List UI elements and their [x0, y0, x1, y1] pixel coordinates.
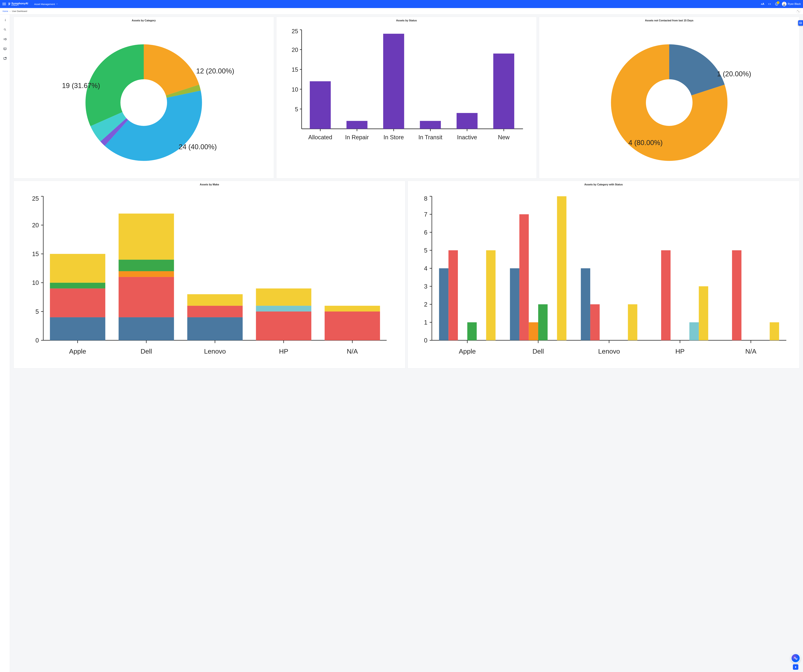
- text-size-button[interactable]: AA: [761, 2, 764, 6]
- svg-text:HP: HP: [675, 348, 684, 355]
- scroll-top-button[interactable]: [793, 664, 798, 670]
- svg-text:8: 8: [424, 195, 428, 202]
- svg-text:Lenovo: Lenovo: [204, 348, 226, 355]
- svg-rect-112: [486, 250, 496, 340]
- pin-icon[interactable]: [3, 18, 7, 22]
- code-button[interactable]: [768, 2, 771, 6]
- svg-text:Inactive: Inactive: [457, 134, 477, 141]
- svg-text:25: 25: [292, 28, 298, 34]
- svg-rect-1: [2, 4, 6, 4]
- sidebar: [0, 15, 10, 672]
- svg-rect-29: [346, 121, 367, 129]
- svg-rect-118: [581, 268, 590, 340]
- svg-text:15: 15: [32, 251, 39, 257]
- notifications-button[interactable]: 7: [775, 2, 779, 6]
- svg-rect-117: [557, 196, 566, 340]
- svg-rect-111: [467, 322, 477, 340]
- donut1-label-green: 19 (31.67%): [62, 82, 100, 89]
- svg-rect-116: [538, 304, 548, 340]
- breadcrumb-bar: Home › User Dashboard: [0, 8, 803, 15]
- dashboard-icon[interactable]: [3, 47, 7, 51]
- config-icon[interactable]: [3, 56, 7, 61]
- svg-text:15: 15: [292, 66, 298, 73]
- svg-text:In Repair: In Repair: [345, 134, 369, 141]
- svg-text:Dell: Dell: [532, 348, 544, 355]
- svg-text:3: 3: [424, 283, 428, 290]
- svg-point-4: [783, 2, 785, 4]
- svg-text:2: 2: [424, 301, 428, 308]
- svg-rect-115: [529, 322, 538, 340]
- assistant-fab[interactable]: [791, 654, 800, 663]
- svg-text:1: 1: [424, 319, 428, 326]
- panel-title: Assets not Contacted from last 15 Days: [541, 19, 797, 22]
- side-panel-tab[interactable]: [798, 20, 803, 26]
- svg-text:20: 20: [32, 222, 39, 229]
- svg-rect-122: [689, 322, 699, 340]
- svg-rect-68: [119, 271, 174, 277]
- svg-rect-28: [310, 81, 331, 129]
- svg-rect-63: [50, 288, 106, 317]
- search-icon[interactable]: [3, 27, 7, 32]
- svg-text:In Store: In Store: [384, 134, 404, 141]
- donut-chart-category[interactable]: 12 (20.00%) 24 (40.00%) 19 (31.67%): [16, 24, 272, 176]
- svg-text:In Transit: In Transit: [418, 134, 442, 141]
- svg-rect-78: [325, 306, 380, 311]
- user-menu[interactable]: Ryan Black: [782, 2, 801, 6]
- svg-rect-75: [256, 306, 311, 311]
- brand-subtitle: SUMMIT: [11, 5, 19, 6]
- svg-rect-123: [699, 286, 708, 340]
- svg-rect-138: [801, 23, 801, 23]
- breadcrumb-home[interactable]: Home: [3, 10, 8, 12]
- svg-rect-139: [800, 23, 801, 24]
- menu-icon[interactable]: [2, 2, 6, 6]
- donut3-label-steel: 1 (20.00%): [717, 70, 751, 78]
- svg-text:6: 6: [424, 229, 428, 236]
- avatar: [782, 2, 787, 6]
- chevron-down-icon: [56, 3, 58, 5]
- svg-point-137: [800, 23, 800, 23]
- module-dropdown[interactable]: Asset Management: [34, 3, 58, 5]
- dashboard-content: Assets by Category: [10, 15, 803, 672]
- svg-text:25: 25: [32, 195, 39, 202]
- donut-chart-notcontacted[interactable]: 1 (20.00%) 4 (80.00%): [541, 24, 797, 176]
- svg-rect-125: [770, 322, 779, 340]
- svg-rect-67: [119, 277, 174, 317]
- donut1-label-blue: 24 (40.00%): [179, 143, 217, 151]
- panel-assets-by-make: Assets by Make 0 5 10 15 20 25: [13, 181, 405, 368]
- svg-rect-113: [510, 268, 519, 340]
- svg-rect-76: [256, 288, 311, 306]
- breadcrumb-current: User Dashboard: [12, 10, 27, 12]
- app-header: ℣ SymphonyAI SUMMIT Asset Management AA …: [0, 0, 803, 8]
- svg-text:Dell: Dell: [141, 348, 152, 355]
- svg-text:5: 5: [295, 106, 298, 112]
- svg-text:0: 0: [36, 337, 39, 344]
- svg-rect-33: [493, 54, 514, 129]
- svg-text:20: 20: [292, 47, 298, 53]
- svg-rect-66: [119, 317, 174, 340]
- svg-rect-124: [732, 250, 741, 340]
- grouped-bar-catstat[interactable]: 0 1 2 3 4 5 6 7 8: [410, 188, 797, 365]
- history-icon[interactable]: [3, 37, 7, 41]
- svg-rect-31: [420, 121, 441, 129]
- panel-title: Assets by Status: [278, 19, 535, 22]
- svg-rect-136: [800, 22, 802, 24]
- stacked-bar-make[interactable]: 0 5 10 15 20 25: [16, 188, 403, 365]
- svg-rect-65: [50, 254, 106, 283]
- svg-rect-64: [50, 283, 106, 288]
- svg-text:HP: HP: [279, 348, 288, 355]
- header-left: ℣ SymphonyAI SUMMIT Asset Management: [2, 2, 58, 6]
- bar-chart-status[interactable]: 5 10 15 20 25: [278, 24, 535, 152]
- breadcrumb-sep: ›: [10, 10, 10, 12]
- panel-assets-by-category: Assets by Category: [13, 17, 274, 179]
- brand-logo[interactable]: ℣ SymphonyAI SUMMIT: [8, 2, 28, 6]
- svg-rect-71: [187, 317, 243, 340]
- svg-text:5: 5: [424, 247, 428, 254]
- svg-text:10: 10: [292, 86, 298, 93]
- svg-rect-119: [590, 304, 600, 340]
- svg-rect-62: [50, 317, 106, 340]
- notification-count: 7: [777, 1, 779, 4]
- panel-title: Assets by Make: [16, 183, 403, 186]
- expand-button[interactable]: [796, 9, 800, 13]
- svg-rect-114: [519, 214, 529, 340]
- donut1-label-orange: 12 (20.00%): [196, 67, 234, 75]
